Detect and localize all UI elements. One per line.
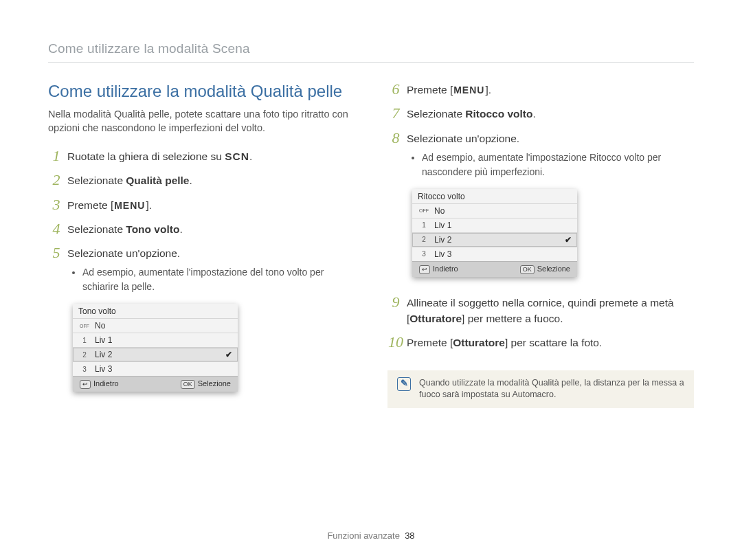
two-column-layout: Come utilizzare la modalità Qualità pell… (48, 82, 694, 408)
steps-left: 1 Ruotate la ghiera di selezione su SCN.… (48, 148, 355, 294)
step-3: 3 Premete [MENU]. (48, 197, 355, 213)
step-2: 2 Selezionate Qualità pelle. (48, 172, 355, 188)
step-text: Selezionate un'opzione. (67, 247, 180, 259)
page-number: 38 (405, 530, 414, 541)
step-8: 8 Selezionate un'opzione. Ad esempio, au… (387, 131, 694, 179)
manual-page: Come utilizzare la modalità Scena Come u… (0, 0, 742, 560)
step-number: 2 (48, 172, 65, 188)
step-number: 10 (387, 335, 404, 350)
step-text-post: . (179, 223, 182, 235)
step-10: 10 Premete [Otturatore] per scattare la … (387, 335, 694, 350)
step-text: Selezionate un'opzione. (407, 133, 519, 144)
lcd-ok-label: Selezione (537, 265, 570, 273)
step-number: 8 (387, 131, 404, 146)
scn-icon: SCN (225, 150, 249, 162)
step-text: Premete [ (67, 199, 113, 211)
lcd-back-label: Indietro (433, 265, 458, 273)
step-number: 1 (48, 148, 65, 164)
lcd-footer: ↩Indietro OKSelezione (73, 376, 238, 392)
face-level-icon: 2 (80, 350, 89, 359)
step-5: 5 Selezionate un'opzione. Ad esempio, au… (48, 245, 355, 294)
divider (48, 62, 694, 63)
step-bold: Ritocco volto (465, 108, 532, 120)
lcd-back: ↩Indietro (80, 379, 119, 389)
ok-key-icon: OK (181, 380, 195, 389)
step-number: 6 (387, 82, 404, 97)
lcd-back: ↩Indietro (419, 265, 458, 274)
step-text: Premete [ (407, 337, 453, 348)
step-bold: Otturatore (453, 337, 505, 348)
step-bold: Tono volto (126, 223, 179, 235)
lcd-row: OFF No (73, 318, 238, 333)
lcd-title: Tono volto (73, 304, 238, 318)
step-number: 4 (48, 221, 65, 236)
right-column: 6 Premete [MENU]. 7 Selezionate Ritocco … (387, 82, 694, 408)
step-text: Selezionate (67, 223, 126, 235)
lcd-row-label: Liv 2 (434, 235, 559, 245)
step-9: 9 Allineate il soggetto nella cornice, q… (387, 295, 694, 327)
info-icon: ✎ (397, 377, 411, 391)
retouch-off-icon: OFF (419, 207, 429, 215)
section-title: Come utilizzare la modalità Qualità pell… (48, 82, 355, 101)
step-sublist: Ad esempio, aumentate l'impostazione Rit… (407, 150, 694, 179)
step-text-post: ]. (146, 199, 152, 211)
step-text-post: . (249, 150, 252, 162)
back-key-icon: ↩ (80, 380, 91, 389)
lcd-row-label: Liv 2 (95, 350, 220, 359)
lcd-footer: ↩Indietro OKSelezione (412, 261, 577, 277)
lcd-row-label: Liv 3 (95, 364, 232, 374)
lcd-row: OFF No (412, 203, 577, 218)
back-key-icon: ↩ (419, 265, 430, 274)
step-text: Premete [ (407, 84, 453, 96)
intro-paragraph: Nella modalità Qualità pelle, potete sca… (48, 108, 355, 135)
step-number: 3 (48, 197, 65, 212)
page-footer: Funzioni avanzate 38 (0, 530, 742, 541)
menu-icon: MENU (113, 199, 146, 213)
lcd-ok: OKSelezione (520, 265, 570, 274)
step-1: 1 Ruotate la ghiera di selezione su SCN. (48, 148, 355, 164)
lcd-ok-label: Selezione (198, 379, 231, 388)
lcd-row-label: No (434, 206, 572, 216)
lcd-back-label: Indietro (93, 379, 119, 388)
step-bold: Qualità pelle (126, 175, 189, 186)
left-column: Come utilizzare la modalità Qualità pell… (48, 82, 355, 408)
step-text-post: ] per scattare la foto. (505, 337, 602, 348)
step-text: Selezionate (67, 175, 126, 186)
step-text: Ruotate la ghiera di selezione su (67, 150, 225, 162)
lcd-row-label: Liv 3 (434, 249, 572, 259)
retouch-level-icon: 3 (419, 250, 429, 258)
face-level-icon: 1 (80, 336, 89, 344)
note-box: ✎ Quando utilizzate la modalità Qualità … (387, 370, 694, 408)
step-sublist: Ad esempio, aumentate l'impostazione del… (67, 265, 355, 294)
step-number: 7 (387, 106, 404, 121)
lcd-row: 1 Liv 1 (412, 218, 577, 232)
ok-key-icon: OK (520, 265, 535, 274)
face-off-icon: OFF (80, 322, 89, 330)
retouch-level-icon: 1 (419, 221, 429, 229)
lcd-row: 1 Liv 1 (73, 333, 238, 347)
lcd-row-label: No (95, 321, 232, 331)
lcd-title: Ritocco volto (412, 189, 577, 203)
steps-right: 6 Premete [MENU]. 7 Selezionate Ritocco … (387, 82, 694, 179)
retouch-level-icon: 2 (419, 236, 429, 244)
lcd-row-label: Liv 1 (95, 335, 232, 345)
lcd-row-label: Liv 1 (434, 221, 572, 230)
lcd-row: 3 Liv 3 (412, 247, 577, 261)
step-6: 6 Premete [MENU]. (387, 82, 694, 98)
step-subitem: Ad esempio, aumentate l'impostazione Rit… (422, 150, 694, 179)
face-level-icon: 3 (80, 365, 89, 373)
menu-icon: MENU (453, 83, 485, 98)
step-4: 4 Selezionate Tono volto. (48, 221, 355, 237)
breadcrumb: Come utilizzare la modalità Scena (48, 41, 694, 56)
steps-right-continued: 9 Allineate il soggetto nella cornice, q… (387, 295, 694, 351)
lcd-ritocco-volto: Ritocco volto OFF No 1 Liv 1 2 Liv 2 ✔ 3… (412, 189, 577, 277)
step-text-post: . (532, 108, 535, 120)
step-text: Selezionate (407, 108, 465, 120)
lcd-ok: OKSelezione (181, 379, 231, 389)
check-icon: ✔ (225, 350, 232, 359)
lcd-row-selected: 2 Liv 2 ✔ (73, 347, 238, 361)
step-bold: Otturatore (409, 313, 462, 324)
step-text-post: ] per mettere a fuoco. (462, 313, 563, 324)
step-text-post: . (189, 175, 192, 186)
check-icon: ✔ (565, 235, 572, 245)
